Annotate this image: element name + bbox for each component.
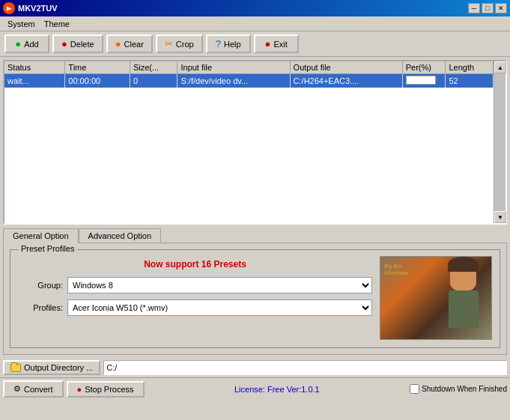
add-icon: ●: [15, 38, 21, 49]
preset-profiles-legend: Preset Profiles: [18, 244, 78, 253]
crop-icon: ✂: [165, 38, 173, 49]
scrollbar-track[interactable]: [494, 73, 506, 211]
group-label: Group:: [18, 281, 63, 290]
group-row: Group: Windows 8AndroidiOSGeneric: [18, 277, 372, 293]
cell-status: wait...: [4, 74, 65, 88]
file-list-container: Status Time Size(... Input file Output f…: [3, 60, 507, 225]
exit-button[interactable]: ● Exit: [254, 34, 299, 53]
profiles-row: Profiles: Acer Iconia W510 (*.wmv)Surfac…: [18, 299, 372, 316]
cell-length: 52: [446, 74, 494, 88]
scrollbar[interactable]: ▲ ▼: [494, 61, 506, 223]
col-header-status: Status: [4, 61, 65, 74]
help-icon: ?: [216, 38, 221, 49]
sign-text: Big BenWholesale: [384, 263, 409, 276]
output-dir-button[interactable]: Output Directory ...: [3, 360, 100, 375]
cell-per: [402, 74, 446, 88]
tab-general[interactable]: General Option: [3, 228, 79, 243]
app-icon: ▶: [3, 2, 15, 14]
scroll-up-button[interactable]: ▲: [494, 61, 506, 73]
cell-input: S:/f/dev/video dv...: [177, 74, 290, 88]
person-figure: [443, 261, 484, 328]
folder-icon: [10, 364, 21, 372]
tab-content-general: Preset Profiles Now support 16 Presets G…: [3, 243, 507, 355]
menu-system[interactable]: System: [3, 18, 40, 30]
maximize-button[interactable]: □: [482, 3, 494, 13]
shutdown-checkbox[interactable]: [410, 384, 419, 394]
col-header-output: Output file: [290, 61, 402, 74]
thumbnail-scene: Big BenWholesale: [380, 257, 491, 339]
clear-button[interactable]: ● Clear: [106, 34, 153, 53]
output-dir-input[interactable]: [103, 360, 507, 375]
menu-theme[interactable]: Theme: [40, 18, 74, 30]
col-header-input: Input file: [177, 61, 290, 74]
col-header-length: Length: [446, 61, 494, 74]
figure-body: [449, 290, 479, 328]
progress-bar: [406, 76, 436, 85]
app-title: MKV2TUV: [18, 4, 58, 13]
group-select[interactable]: Windows 8AndroidiOSGeneric: [67, 277, 372, 293]
add-button[interactable]: ● Add: [4, 34, 49, 53]
shutdown-label: Shutdown When Finished: [410, 384, 507, 394]
title-bar: ▶ MKV2TUV ─ □ ✕: [0, 0, 510, 16]
preset-profiles-group: Preset Profiles Now support 16 Presets G…: [10, 249, 500, 348]
help-button[interactable]: ? Help: [206, 34, 251, 53]
menu-bar: System Theme: [0, 16, 510, 31]
col-header-per: Per(%): [402, 61, 446, 74]
convert-button[interactable]: ⚙ Convert: [3, 380, 64, 398]
scroll-down-button[interactable]: ▼: [494, 211, 506, 223]
tab-bar: General Option Advanced Option: [3, 228, 507, 243]
exit-icon: ●: [265, 38, 271, 49]
cell-output: C:/H264+EAC3....: [290, 74, 402, 88]
convert-row: ⚙ Convert ● Stop Process License: Free V…: [0, 378, 510, 400]
close-button[interactable]: ✕: [495, 3, 507, 13]
delete-button[interactable]: ● Delete: [52, 34, 103, 53]
license-text: License: Free Ver:1.0.1: [148, 385, 407, 394]
main-area: Status Time Size(... Input file Output f…: [0, 57, 510, 358]
col-header-size: Size(...: [130, 61, 177, 74]
stop-button[interactable]: ● Stop Process: [67, 381, 145, 398]
file-table: Status Time Size(... Input file Output f…: [4, 61, 494, 88]
convert-gear-icon: ⚙: [13, 384, 21, 394]
col-header-time: Time: [65, 61, 130, 74]
cell-time: 00:00:00: [65, 74, 130, 88]
table-row[interactable]: wait... 00:00:00 0 S:/f/dev/video dv... …: [4, 74, 494, 88]
output-dir-row: Output Directory ...: [0, 358, 510, 378]
delete-icon: ●: [61, 38, 67, 49]
profiles-select[interactable]: Acer Iconia W510 (*.wmv)Surface ProSurfa…: [67, 299, 372, 316]
figure-hair: [448, 257, 479, 272]
crop-button[interactable]: ✂ Crop: [156, 34, 203, 53]
tabs-container: General Option Advanced Option Preset Pr…: [3, 228, 507, 355]
preset-left: Now support 16 Presets Group: Windows 8A…: [18, 256, 372, 340]
profiles-label: Profiles:: [18, 303, 63, 312]
preset-support-text: Now support 16 Presets: [18, 259, 372, 270]
clear-icon: ●: [115, 38, 121, 49]
window-controls: ─ □ ✕: [468, 3, 507, 13]
tab-advanced[interactable]: Advanced Option: [79, 228, 161, 243]
stop-icon: ●: [77, 385, 82, 394]
preset-thumbnail: Big BenWholesale: [380, 256, 492, 340]
cell-size: 0: [130, 74, 177, 88]
minimize-button[interactable]: ─: [468, 3, 480, 13]
figure-head: [450, 261, 476, 290]
toolbar: ● Add ● Delete ● Clear ✂ Crop ? Help ● E…: [0, 31, 510, 57]
